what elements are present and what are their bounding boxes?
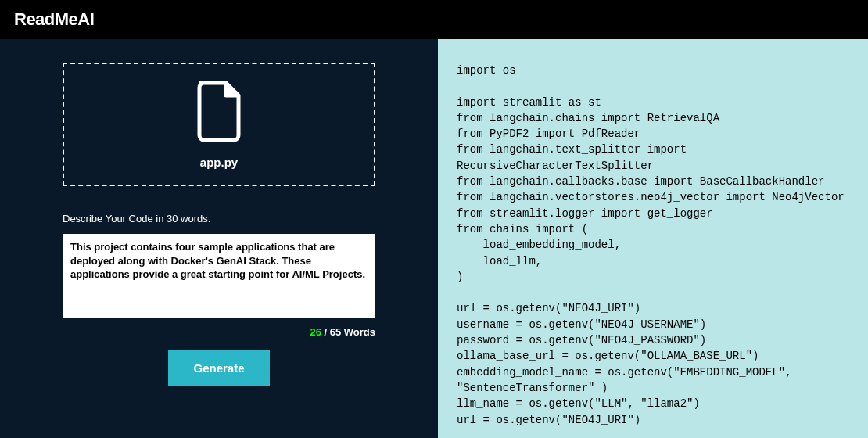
word-counter: 26 / 65 Words <box>63 326 375 338</box>
left-panel: app.py Describe Your Code in 30 words. 2… <box>0 39 438 438</box>
generate-button[interactable]: Generate <box>168 350 269 386</box>
main-content: app.py Describe Your Code in 30 words. 2… <box>0 39 868 438</box>
brand-title: ReadMeAI <box>14 9 94 30</box>
code-panel: import os import streamlit as st from la… <box>438 39 868 438</box>
describe-label: Describe Your Code in 30 words. <box>63 213 375 224</box>
word-count-current: 26 <box>310 326 321 338</box>
word-count-max: / 65 Words <box>321 326 375 338</box>
uploaded-filename: app.py <box>200 156 238 169</box>
file-dropzone[interactable]: app.py <box>63 63 375 186</box>
app-header: ReadMeAI <box>0 0 868 39</box>
code-view: import os import streamlit as st from la… <box>457 63 849 438</box>
file-icon <box>195 81 243 145</box>
generate-row: Generate <box>63 350 375 386</box>
description-input[interactable] <box>63 234 375 318</box>
